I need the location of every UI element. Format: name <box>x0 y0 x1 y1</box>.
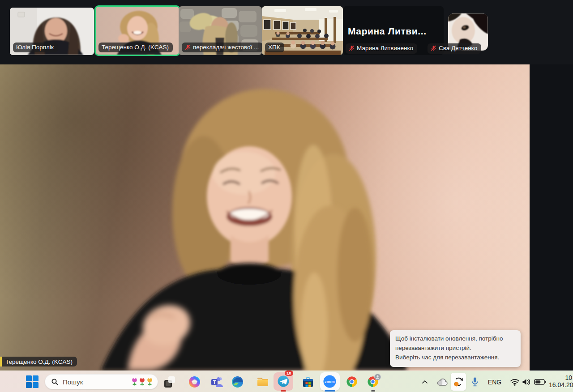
tray-onedrive-button[interactable] <box>436 377 449 386</box>
participant-name-text: перекладач жестової ... <box>193 44 259 51</box>
microsoft-store-icon <box>302 375 314 388</box>
teams-icon: T <box>211 375 223 388</box>
zoom-running-indicator <box>325 390 335 392</box>
windows-update-toast: Щоб інсталювати оновлення, потрібно пере… <box>390 330 521 367</box>
tray-show-hidden-icons-button[interactable] <box>421 379 428 385</box>
telegram-unread-badge: 10 <box>285 371 293 376</box>
telegram-running-indicator <box>281 390 286 392</box>
video-letterbox <box>530 64 573 371</box>
toast-line-3: Виберіть час для перезавантаження. <box>395 353 515 362</box>
cloud-icon <box>436 378 449 386</box>
participant-name-label: перекладач жестової ... <box>182 43 262 53</box>
taskbar-copilot-button[interactable] <box>188 375 201 388</box>
search-highlight-tulips <box>131 377 153 387</box>
taskbar-chrome-profile-button[interactable] <box>367 375 379 388</box>
tulip-icon <box>139 377 145 387</box>
microphone-icon <box>471 377 479 387</box>
participant-tile-yuliia[interactable]: Юлія Порплік <box>10 8 94 55</box>
participant-tile-khpk[interactable]: ХПК <box>262 6 343 55</box>
task-view-button[interactable] <box>164 376 175 388</box>
participant-name-label: Марина Литвиненко <box>346 43 417 54</box>
tray-update-restart-button[interactable] <box>452 376 465 387</box>
participant-name-text: Терещенко О.Д. (KCAS) <box>102 44 169 51</box>
search-icon <box>51 378 59 386</box>
taskbar-file-explorer-button[interactable] <box>257 376 269 388</box>
chrome-running-indicator <box>371 390 375 392</box>
tray-wifi-button[interactable] <box>509 378 520 386</box>
speaker-portrait <box>0 64 530 371</box>
search-placeholder-text: Пошук <box>63 378 127 386</box>
participant-tile-interpreter[interactable]: перекладач жестової ... <box>179 6 262 55</box>
participant-name-text: Єва Дятченко <box>439 45 477 51</box>
language-indicator-text: ENG <box>488 379 501 386</box>
participant-name-label: Єва Дятченко <box>428 43 481 54</box>
copilot-icon <box>188 376 201 388</box>
participant-name-label: Юлія Порплік <box>13 43 58 53</box>
battery-icon <box>534 379 546 385</box>
muted-mic-icon <box>349 45 355 51</box>
search-input[interactable]: Пошук <box>45 374 158 389</box>
toast-line-2: перезавантажити пристрій. <box>395 344 515 353</box>
tray-volume-button[interactable] <box>521 377 532 386</box>
chevron-up-icon <box>422 379 428 384</box>
taskbar-zoom-button[interactable]: zoom <box>323 375 337 388</box>
wifi-icon <box>510 378 520 386</box>
edge-icon <box>231 376 244 388</box>
taskbar-store-button[interactable] <box>302 375 314 388</box>
zoom-icon: zoom <box>323 375 337 388</box>
chrome-profile-badge-icon <box>374 374 381 380</box>
participant-name-text: ХПК <box>268 44 280 51</box>
participant-filmstrip: Юлія Порплік Терещенко О.Д. <box>0 0 573 64</box>
participant-tile-tereshchenko[interactable]: Терещенко О.Д. (KCAS) <box>95 6 180 55</box>
windows-taskbar: Пошук <box>0 371 573 392</box>
chrome-icon <box>346 375 358 388</box>
participant-name-label: ХПК <box>265 43 284 53</box>
tulip-icon <box>131 377 138 387</box>
teams-logo-letter: T <box>213 379 216 385</box>
task-view-icon <box>164 376 175 388</box>
participant-name-text: Марина Литвиненко <box>357 45 413 51</box>
tray-language-button[interactable]: ENG <box>486 378 503 386</box>
muted-mic-icon <box>185 44 191 50</box>
telegram-icon <box>277 375 290 388</box>
active-speaker-label: Терещенко О.Д. (KCAS) <box>0 357 77 366</box>
taskbar-chrome-button[interactable] <box>346 375 358 388</box>
tray-battery-button[interactable] <box>534 378 546 385</box>
muted-mic-icon <box>431 45 436 51</box>
taskbar-clock[interactable]: 10 16.04.20 <box>549 374 572 389</box>
start-button[interactable] <box>26 375 39 388</box>
windows-logo-icon <box>26 375 38 388</box>
clock-date-text: 16.04.20 <box>549 381 572 388</box>
zoom-logo-text: zoom <box>325 380 335 384</box>
folder-icon <box>257 376 269 387</box>
toast-line-1: Щоб інсталювати оновлення, потрібно <box>395 334 515 344</box>
clock-time-text: 10 <box>549 374 572 381</box>
participant-name-text: Юлія Порплік <box>16 44 54 51</box>
tulip-icon <box>146 377 153 387</box>
active-speaker-video <box>0 64 530 371</box>
participant-tile-name-text: Марина Литви... <box>348 26 427 37</box>
taskbar-telegram-button[interactable] <box>277 375 290 388</box>
sync-restart-icon <box>452 376 465 387</box>
taskbar-edge-button[interactable] <box>231 375 244 388</box>
taskbar-teams-button[interactable]: T <box>211 375 223 388</box>
speaker-icon <box>522 378 531 386</box>
participant-name-label: Терещенко О.Д. (KCAS) <box>98 43 173 53</box>
tray-microphone-button[interactable] <box>471 376 479 387</box>
active-speaker-name-text: Терещенко О.Д. (KCAS) <box>5 358 73 365</box>
